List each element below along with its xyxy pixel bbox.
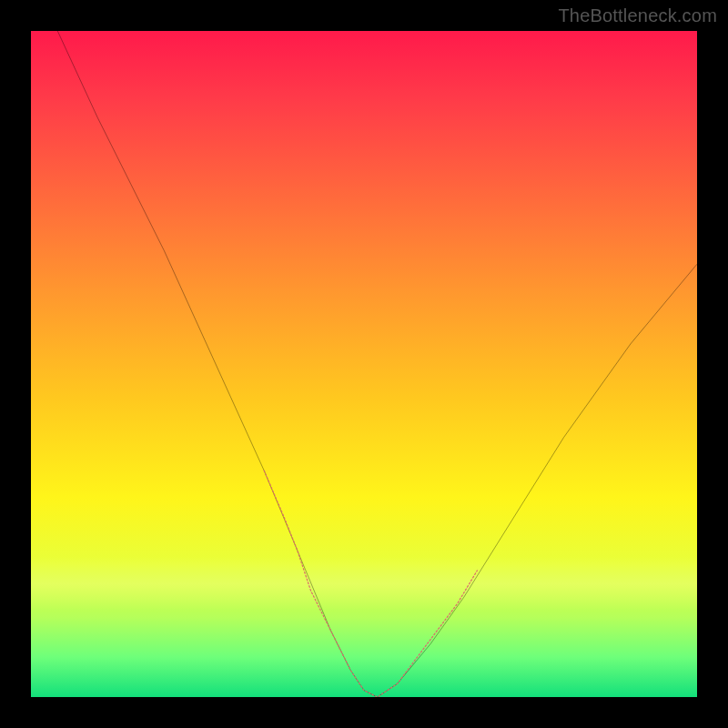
chart-frame: TheBottleneck.com: [0, 0, 728, 728]
dotted-highlight: [264, 470, 477, 697]
plot-area: [31, 31, 697, 697]
attribution-label: TheBottleneck.com: [558, 5, 717, 26]
bottleneck-curve: [57, 31, 697, 697]
curve-svg: [31, 31, 697, 697]
